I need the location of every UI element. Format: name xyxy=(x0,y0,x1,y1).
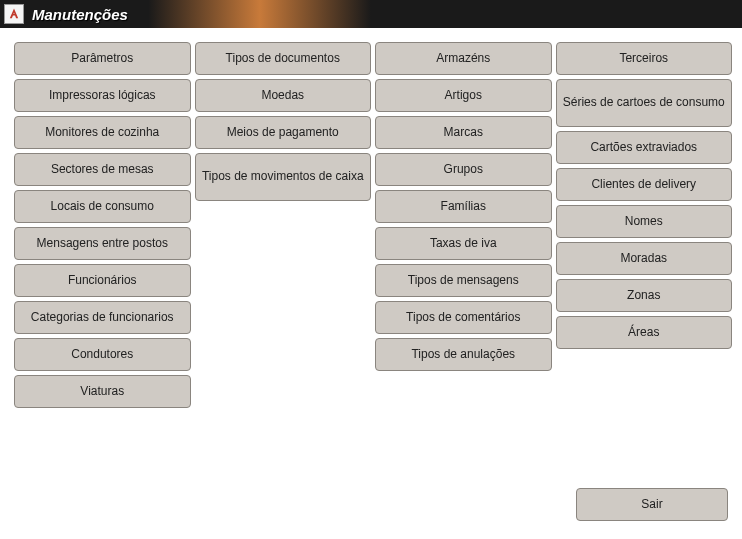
column-4: Terceiros Séries de cartoes de consumo C… xyxy=(556,42,733,408)
btn-meios-de-pagamento[interactable]: Meios de pagamento xyxy=(195,116,372,149)
btn-mensagens-entre-postos[interactable]: Mensagens entre postos xyxy=(14,227,191,260)
btn-locais-de-consumo[interactable]: Locais de consumo xyxy=(14,190,191,223)
btn-tipos-de-comentarios[interactable]: Tipos de comentários xyxy=(375,301,552,334)
btn-impressoras-logicas[interactable]: Impressoras lógicas xyxy=(14,79,191,112)
btn-parametros[interactable]: Parâmetros xyxy=(14,42,191,75)
btn-marcas[interactable]: Marcas xyxy=(375,116,552,149)
content-area: Parâmetros Impressoras lógicas Monitores… xyxy=(0,28,742,539)
btn-areas[interactable]: Áreas xyxy=(556,316,733,349)
btn-tipos-movimentos-caixa[interactable]: Tipos de movimentos de caixa xyxy=(195,153,372,201)
btn-categorias-de-funcionarios[interactable]: Categorias de funcionarios xyxy=(14,301,191,334)
btn-nomes[interactable]: Nomes xyxy=(556,205,733,238)
btn-funcionarios[interactable]: Funcionários xyxy=(14,264,191,297)
app-icon xyxy=(4,4,24,24)
btn-armazens[interactable]: Armazéns xyxy=(375,42,552,75)
btn-condutores[interactable]: Condutores xyxy=(14,338,191,371)
btn-taxas-de-iva[interactable]: Taxas de iva xyxy=(375,227,552,260)
btn-zonas[interactable]: Zonas xyxy=(556,279,733,312)
btn-clientes-de-delivery[interactable]: Clientes de delivery xyxy=(556,168,733,201)
btn-tipos-de-mensagens[interactable]: Tipos de mensagens xyxy=(375,264,552,297)
btn-moedas[interactable]: Moedas xyxy=(195,79,372,112)
column-3: Armazéns Artigos Marcas Grupos Famílias … xyxy=(375,42,552,408)
btn-artigos[interactable]: Artigos xyxy=(375,79,552,112)
btn-monitores-de-cozinha[interactable]: Monitores de cozinha xyxy=(14,116,191,149)
header-bar: Manutenções xyxy=(0,0,742,28)
btn-tipos-de-anulacoes[interactable]: Tipos de anulações xyxy=(375,338,552,371)
column-2: Tipos de documentos Moedas Meios de paga… xyxy=(195,42,372,408)
exit-button[interactable]: Sair xyxy=(576,488,728,521)
btn-viaturas[interactable]: Viaturas xyxy=(14,375,191,408)
btn-tipos-de-documentos[interactable]: Tipos de documentos xyxy=(195,42,372,75)
btn-terceiros[interactable]: Terceiros xyxy=(556,42,733,75)
column-1: Parâmetros Impressoras lógicas Monitores… xyxy=(14,42,191,408)
page-title: Manutenções xyxy=(32,6,128,23)
btn-moradas[interactable]: Moradas xyxy=(556,242,733,275)
columns-container: Parâmetros Impressoras lógicas Monitores… xyxy=(14,42,732,408)
btn-grupos[interactable]: Grupos xyxy=(375,153,552,186)
btn-cartoes-extraviados[interactable]: Cartões extraviados xyxy=(556,131,733,164)
btn-series-cartoes-consumo[interactable]: Séries de cartoes de consumo xyxy=(556,79,733,127)
btn-familias[interactable]: Famílias xyxy=(375,190,552,223)
btn-sectores-de-mesas[interactable]: Sectores de mesas xyxy=(14,153,191,186)
